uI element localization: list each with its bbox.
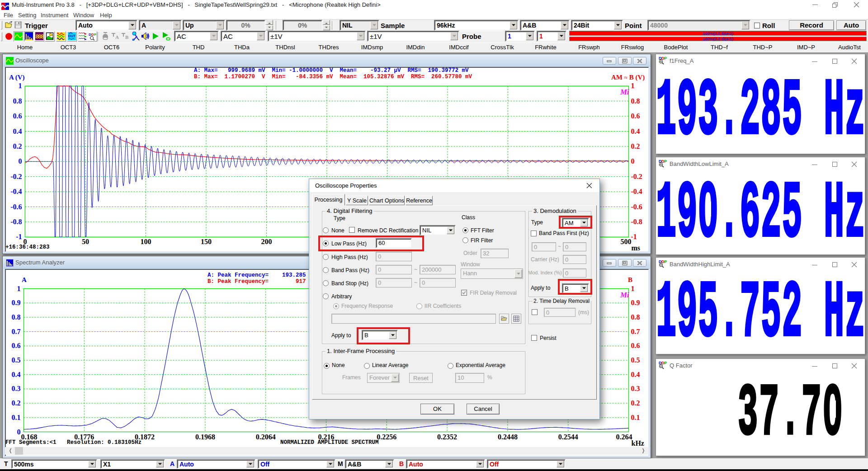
svg-text:888: 888 xyxy=(35,33,43,40)
svg-text:NORMALIZED AMPLITUDE SPECTRUM: NORMALIZED AMPLITUDE SPECTRUM xyxy=(280,439,379,446)
svg-text:0.8: 0.8 xyxy=(631,313,640,321)
svg-text:-0.4: -0.4 xyxy=(10,188,22,195)
svg-text:0.1: 0.1 xyxy=(631,414,640,421)
svg-text:Mi: Mi xyxy=(620,88,629,96)
svg-text:0.6: 0.6 xyxy=(12,342,21,349)
svg-text:195.752 Hz: 195.752 Hz xyxy=(656,268,865,354)
svg-text:0.2256: 0.2256 xyxy=(377,433,396,441)
svg-text:0.6: 0.6 xyxy=(631,342,640,349)
svg-text:0.3: 0.3 xyxy=(12,385,21,392)
svg-text:0.5: 0.5 xyxy=(631,356,640,364)
svg-text:-0.8: -0.8 xyxy=(631,218,642,226)
svg-text:-0.6: -0.6 xyxy=(10,203,22,211)
svg-text:A: Max= 999.9689 mV Min= -1: A: Max= 999.9689 mV Min= -1.0000000 V Me… xyxy=(194,67,469,74)
svg-text:0.9: 0.9 xyxy=(631,299,640,306)
svg-text:500: 500 xyxy=(621,238,632,245)
svg-text:A: A xyxy=(115,34,119,40)
svg-text:1: 1 xyxy=(631,285,635,292)
svg-text:kHz: kHz xyxy=(632,439,644,447)
svg-text:0.8: 0.8 xyxy=(631,97,640,105)
svg-text:-0.2: -0.2 xyxy=(631,173,642,180)
svg-text:0.2352: 0.2352 xyxy=(437,433,457,441)
svg-text:193.285 Hz: 193.285 Hz xyxy=(656,66,865,154)
svg-text:0.3: 0.3 xyxy=(631,385,640,392)
svg-text:37.70: 37.70 xyxy=(738,372,844,456)
svg-text:0.1: 0.1 xyxy=(12,414,21,421)
svg-text:ms: ms xyxy=(632,244,641,252)
svg-text:1: 1 xyxy=(631,82,635,89)
svg-text:0.2: 0.2 xyxy=(12,399,21,407)
svg-text:A: Peak Frequency= 193.285: A: Peak Frequency= 193.285 Hz xyxy=(208,272,320,278)
svg-text:A (V): A (V) xyxy=(9,74,25,81)
svg-text:0.6: 0.6 xyxy=(13,112,22,120)
svg-text:190.625 Hz: 190.625 Hz xyxy=(656,169,865,254)
svg-text:B: Peak Frequency= 917: B: Peak Frequency= 917 mHz xyxy=(208,278,320,285)
svg-text:0.2544: 0.2544 xyxy=(558,433,578,441)
svg-text:0.5: 0.5 xyxy=(12,356,21,364)
svg-text:-0.8: -0.8 xyxy=(10,218,22,226)
svg-text:0.6: 0.6 xyxy=(631,112,640,120)
svg-text:0.1968: 0.1968 xyxy=(195,433,215,441)
svg-text:P: P xyxy=(94,33,96,37)
svg-text:0.264: 0.264 xyxy=(616,433,632,441)
svg-text:0.4: 0.4 xyxy=(13,127,22,135)
svg-text:0.2: 0.2 xyxy=(631,142,640,150)
svg-text:-0.2: -0.2 xyxy=(10,173,22,180)
svg-text:B: B xyxy=(628,276,632,283)
svg-text:0.7: 0.7 xyxy=(12,328,21,335)
svg-text:-1: -1 xyxy=(631,233,637,240)
svg-text:0.4: 0.4 xyxy=(12,371,21,378)
svg-text:100: 100 xyxy=(141,238,151,245)
svg-text:-0.4: -0.4 xyxy=(631,188,642,195)
svg-text:0.8: 0.8 xyxy=(13,97,22,105)
svg-text:0.4: 0.4 xyxy=(631,127,640,135)
svg-text:0: 0 xyxy=(17,428,21,436)
svg-text:0: 0 xyxy=(631,157,635,165)
svg-text:0.9: 0.9 xyxy=(12,299,21,306)
svg-text:50: 50 xyxy=(82,238,89,245)
svg-text:DUT: DUT xyxy=(68,34,76,38)
svg-text:0.2448: 0.2448 xyxy=(498,433,518,441)
svg-text:B: Max= 1.1700270 V Min=: B: Max= 1.1700270 V Min= -84.3356 mV Mea… xyxy=(194,74,472,80)
svg-text:+16:36:48:283: +16:36:48:283 xyxy=(5,244,50,250)
svg-text:0.2: 0.2 xyxy=(13,142,22,150)
svg-text:0.2064: 0.2064 xyxy=(256,433,276,441)
svg-text:0: 0 xyxy=(19,157,22,165)
svg-text:Mi: Mi xyxy=(620,291,629,299)
svg-text:AM ≈ B (V): AM ≈ B (V) xyxy=(611,74,645,81)
svg-text:0.7: 0.7 xyxy=(631,328,640,335)
svg-text:Resolution: 0.183105Hz: Resolution: 0.183105Hz xyxy=(67,439,142,446)
svg-text:B: B xyxy=(125,34,129,40)
svg-text:1: 1 xyxy=(17,285,21,292)
svg-text:200: 200 xyxy=(261,238,272,245)
svg-text:FFT Segments:<1: FFT Segments:<1 xyxy=(5,439,57,446)
svg-text:0.2: 0.2 xyxy=(631,399,640,407)
svg-text:-0.6: -0.6 xyxy=(631,203,642,211)
svg-text:0.8: 0.8 xyxy=(12,313,21,321)
svg-text:1: 1 xyxy=(19,82,22,89)
svg-text:-1: -1 xyxy=(16,233,22,240)
svg-text:A: A xyxy=(22,276,27,283)
svg-text:0.4: 0.4 xyxy=(631,371,640,378)
svg-text:150: 150 xyxy=(201,238,212,245)
